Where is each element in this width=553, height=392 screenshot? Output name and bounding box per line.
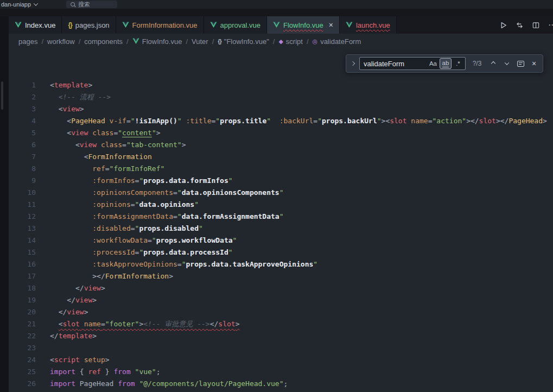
line-number[interactable]: 3 (9, 103, 36, 115)
tab-launch-vue[interactable]: launch.vue (340, 16, 397, 34)
breadcrumb-separator: / (186, 37, 188, 46)
code-text: :formAssignmentData="data.formAssignment… (36, 211, 284, 223)
editor-tab-bar: Index.vue {} pages.json FormInformation.… (9, 16, 553, 34)
previous-match-button[interactable] (488, 58, 498, 69)
code-line[interactable]: 12 :formAssignmentData="data.formAssignm… (9, 211, 553, 223)
code-line[interactable]: 25import { ref } from "vue"; (9, 366, 553, 378)
code-line[interactable]: 19 </view> (9, 294, 553, 306)
code-text: <script setup> (36, 354, 110, 366)
code-text: <view class="tab-content"> (36, 139, 186, 151)
tab-pages-json[interactable]: {} pages.json (62, 16, 116, 34)
run-button[interactable] (499, 21, 507, 29)
line-number[interactable]: 19 (9, 294, 36, 306)
code-line[interactable]: 3 <view> (9, 103, 553, 115)
line-number[interactable]: 9 (9, 175, 36, 187)
tab-label: FlowInfo.vue (283, 21, 323, 29)
tab-approval-vue[interactable]: approval.vue (204, 16, 267, 34)
editor-pane[interactable]: Aa ab .* ?/3 × 1<template>2 <!-- 流程 -->3… (9, 49, 553, 392)
line-number[interactable]: 20 (9, 306, 36, 318)
line-number[interactable]: 7 (9, 151, 36, 163)
code-line[interactable]: 24<script setup> (9, 354, 553, 366)
project-name: dan-uniapp (1, 1, 31, 8)
code-line[interactable]: 6 <view class="tab-content"> (9, 139, 553, 151)
code-line[interactable]: 23 (9, 342, 553, 354)
whole-word-button[interactable]: ab (440, 58, 452, 69)
code-line[interactable]: 1<template> (9, 79, 553, 91)
line-number[interactable]: 8 (9, 163, 36, 175)
toggle-replace-button[interactable] (350, 62, 355, 65)
line-number[interactable]: 23 (9, 342, 36, 354)
code-line[interactable]: 2 <!-- 流程 --> (9, 91, 553, 103)
code-line[interactable]: 4 <PageHead v-if="!isInApp()" :title="pr… (9, 115, 553, 127)
code-line[interactable]: 14 :workflowData="props.workflowData" (9, 235, 553, 246)
code-line[interactable]: 17 ></FormInformation> (9, 270, 553, 282)
breadcrumb-workflow[interactable]: workflow (47, 37, 75, 46)
code-line[interactable]: 16 :taskApproveOpinions="props.data.task… (9, 258, 553, 270)
code-line[interactable]: 22</template> (9, 330, 553, 342)
next-match-button[interactable] (502, 58, 512, 69)
title-search-label: 搜索 (78, 1, 90, 9)
line-number[interactable]: 11 (9, 199, 36, 211)
breadcrumb-validateform[interactable]: ◎ validateForm (313, 37, 361, 46)
breadcrumb-script[interactable]: ◆ script (278, 37, 303, 46)
more-actions-button[interactable]: ⋯ (548, 20, 553, 30)
line-number[interactable]: 13 (9, 223, 36, 235)
line-number[interactable]: 24 (9, 354, 36, 366)
code-line[interactable]: 9 :formInfos="props.data.formInfos" (9, 175, 553, 187)
code-line[interactable]: 10 :opinionsComponents="data.opinionsCom… (9, 187, 553, 199)
line-number[interactable]: 2 (9, 91, 36, 103)
code-line[interactable]: 15 :processId="props.data.processId" (9, 246, 553, 258)
line-number[interactable]: 21 (9, 318, 36, 330)
line-number[interactable]: 6 (9, 139, 36, 151)
braces-icon: {} (218, 38, 221, 45)
breadcrumb-components[interactable]: components (84, 37, 123, 46)
close-icon[interactable]: × (329, 21, 333, 29)
find-in-selection-button[interactable] (516, 58, 525, 69)
line-number[interactable]: 22 (9, 330, 36, 342)
code-text: :processId="props.data.processId" (36, 246, 233, 258)
line-number[interactable]: 14 (9, 235, 36, 246)
title-search-box[interactable]: 搜索 (66, 1, 117, 8)
breadcrumb-separator: / (126, 37, 129, 46)
line-number[interactable]: 16 (9, 258, 36, 270)
line-number[interactable]: 12 (9, 211, 36, 223)
code-line[interactable]: 26import PageHead from "@/components/lay… (9, 378, 553, 390)
line-number[interactable]: 17 (9, 270, 36, 282)
line-number[interactable]: 4 (9, 115, 36, 127)
breadcrumb-vuter[interactable]: Vuter (192, 37, 208, 46)
search-icon (71, 2, 75, 7)
breadcrumb-separator: / (307, 37, 309, 46)
code-text: ref="formInfoRef" (36, 163, 164, 175)
code-line[interactable]: 13 :disabled="props.disabled" (9, 223, 553, 235)
code-text: import { ref } from "vue"; (36, 366, 161, 378)
code-text: :opinions="data.opinions" (36, 199, 199, 211)
code-line[interactable]: 20 </view> (9, 306, 553, 318)
code-line[interactable]: 11 :opinions="data.opinions" (9, 199, 553, 211)
open-changes-button[interactable] (516, 21, 524, 29)
line-number[interactable]: 5 (9, 127, 36, 139)
split-editor-button[interactable] (532, 21, 540, 29)
tab-flowinfo-vue[interactable]: FlowInfo.vue × (267, 16, 340, 34)
line-number[interactable]: 1 (9, 79, 36, 91)
symbol-method-icon: ◎ (313, 38, 318, 45)
breadcrumb-flowinfo-symbol[interactable]: {} "FlowInfo.vue" (218, 37, 269, 46)
close-find-button[interactable]: × (529, 58, 539, 69)
breadcrumb-flowinfo-file[interactable]: FlowInfo.vue (132, 37, 182, 46)
line-number[interactable]: 18 (9, 282, 36, 294)
code-line[interactable]: 5 <view class="content"> (9, 127, 553, 139)
project-menu[interactable]: dan-uniapp (0, 1, 37, 8)
find-input[interactable] (364, 60, 427, 68)
regex-button[interactable]: .* (452, 58, 464, 69)
code-line[interactable]: 8 ref="formInfoRef" (9, 163, 553, 175)
line-number[interactable]: 15 (9, 246, 36, 258)
tab-forminformation-vue[interactable]: FormInformation.vue (116, 16, 204, 34)
match-case-button[interactable]: Aa (427, 58, 439, 69)
tab-index-vue[interactable]: Index.vue (9, 16, 62, 34)
line-number[interactable]: 25 (9, 366, 36, 378)
code-line[interactable]: 7 <FormInformation (9, 151, 553, 163)
breadcrumb-pages[interactable]: pages (18, 37, 37, 46)
line-number[interactable]: 26 (9, 378, 36, 390)
code-line[interactable]: 18 </view> (9, 282, 553, 294)
line-number[interactable]: 10 (9, 187, 36, 199)
code-line[interactable]: 21 <slot name="footer"><!-- 审批意见 --></sl… (9, 318, 553, 330)
